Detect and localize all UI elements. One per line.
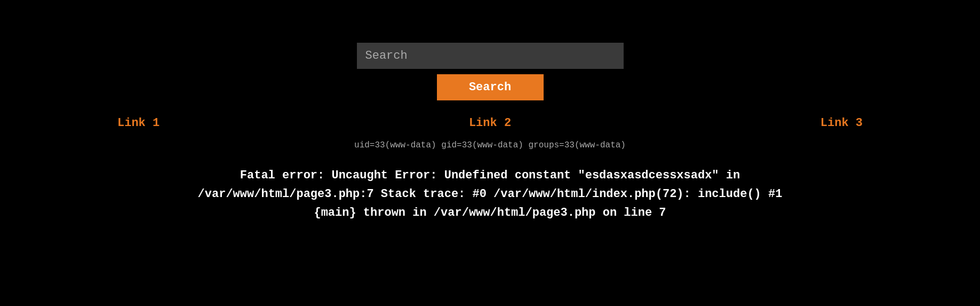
links-container: Link 1 Link 2 Link 3 bbox=[0, 116, 980, 130]
link-2[interactable]: Link 2 bbox=[469, 116, 511, 130]
link-1[interactable]: Link 1 bbox=[117, 116, 160, 130]
error-container: Fatal error: Uncaught Error: Undefined c… bbox=[0, 166, 980, 223]
search-input[interactable] bbox=[357, 43, 624, 69]
link-3[interactable]: Link 3 bbox=[820, 116, 863, 130]
error-message: Fatal error: Uncaught Error: Undefined c… bbox=[53, 166, 927, 223]
uid-info: uid=33(www-data) gid=33(www-data) groups… bbox=[354, 140, 626, 150]
search-button[interactable]: Search bbox=[437, 74, 544, 100]
search-container: Search bbox=[0, 43, 980, 100]
